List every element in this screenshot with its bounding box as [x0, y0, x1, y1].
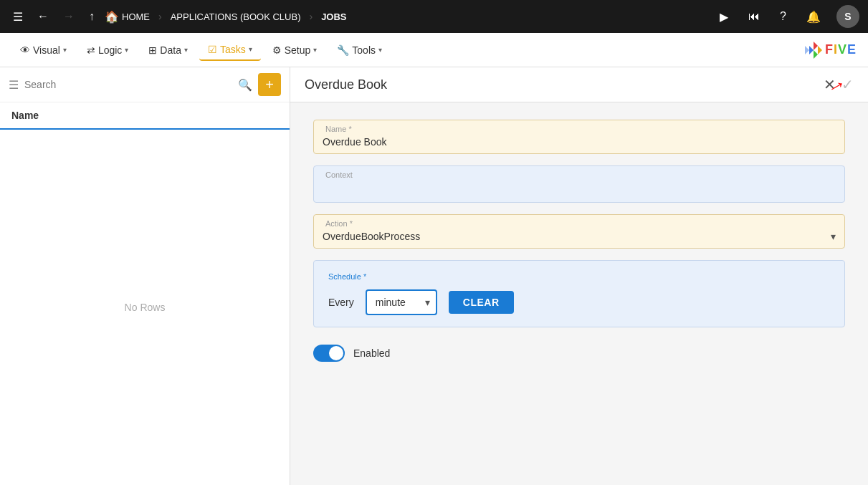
logic-arrow: ▾ — [125, 46, 128, 54]
svg-marker-0 — [814, 42, 818, 50]
context-field-label: Context — [323, 171, 356, 179]
schedule-section: Schedule * Every minute hour day week mo… — [313, 260, 845, 327]
action-field-label: Action * — [323, 219, 356, 228]
toolbar-setup[interactable]: ⚙ Setup ▾ — [264, 40, 326, 60]
content-header: Overdue Book ✕ ✓ — [290, 67, 868, 102]
data-icon: ⊞ — [148, 44, 157, 56]
breadcrumb-sep-1: › — [158, 11, 162, 22]
schedule-label: Schedule * — [328, 272, 830, 281]
toolbar-logic[interactable]: ⇄ Logic ▾ — [78, 40, 137, 60]
forward-icon[interactable]: → — [59, 7, 79, 26]
home-nav-item[interactable]: 🏠 HOME — [105, 10, 150, 24]
action-field: Action * OverdueBookProcess ▾ — [313, 214, 845, 249]
schedule-select-wrapper: minute hour day week month ▾ — [366, 289, 437, 315]
tools-icon: 🔧 — [337, 44, 349, 56]
search-icon[interactable]: 🔍 — [238, 78, 252, 92]
tasks-arrow: ▾ — [249, 45, 252, 53]
enabled-toggle[interactable] — [313, 345, 345, 362]
name-field: Name * — [313, 120, 845, 154]
toolbar-visual[interactable]: 👁 Visual ▾ — [11, 40, 75, 60]
svg-marker-2 — [814, 50, 818, 59]
toolbar-tools[interactable]: 🔧 Tools ▾ — [328, 40, 391, 60]
user-avatar[interactable]: S — [836, 5, 859, 28]
filter-icon[interactable]: ☰ — [9, 78, 19, 92]
search-input[interactable] — [24, 79, 232, 90]
enabled-row: Enabled — [313, 339, 845, 368]
form-container: Name * Context Action * Overdue — [290, 102, 868, 385]
minute-select[interactable]: minute hour day week month — [366, 289, 437, 315]
breadcrumb-app[interactable]: APPLICATIONS (BOOK CLUB) — [171, 11, 301, 22]
form-title: Overdue Book — [305, 77, 824, 92]
every-label: Every — [328, 297, 354, 308]
breadcrumb-sep-2: › — [309, 11, 313, 22]
sidebar-search-bar: ☰ 🔍 + — [0, 67, 290, 102]
breadcrumb-jobs[interactable]: JOBS — [321, 11, 346, 22]
toolbar-data[interactable]: ⊞ Data ▾ — [140, 40, 196, 60]
menu-icon[interactable]: ☰ — [9, 7, 27, 27]
content-area: → Overdue Book ✕ ✓ Name * — [290, 67, 868, 485]
toggle-slider — [313, 345, 345, 362]
add-button[interactable]: + — [258, 73, 281, 96]
name-input[interactable] — [323, 136, 836, 148]
five-logo: FIVE — [803, 40, 857, 60]
enabled-label: Enabled — [353, 347, 390, 359]
clear-button[interactable]: CLEAR — [449, 291, 514, 314]
five-logo-icon — [803, 40, 824, 60]
toolbar-tasks[interactable]: ☑ Tasks ▾ — [199, 39, 261, 61]
home-label: HOME — [122, 11, 150, 22]
main-toolbar: 👁 Visual ▾ ⇄ Logic ▾ ⊞ Data ▾ ☑ Tasks ▾ … — [0, 33, 868, 67]
play-button[interactable]: ▶ — [715, 7, 733, 27]
back-icon[interactable]: ← — [33, 7, 53, 26]
setup-icon: ⚙ — [272, 44, 282, 56]
svg-marker-1 — [818, 46, 822, 54]
context-input[interactable] — [323, 183, 836, 195]
top-nav-actions: ▶ ⏮ ? 🔔 S — [715, 5, 859, 28]
setup-arrow: ▾ — [313, 46, 317, 54]
data-arrow: ▾ — [184, 46, 188, 54]
svg-marker-3 — [809, 46, 814, 54]
replay-button[interactable]: ⏮ — [744, 7, 764, 26]
top-nav-bar: ☰ ← → ↑ 🏠 HOME › APPLICATIONS (BOOK CLUB… — [0, 0, 868, 33]
action-dropdown-icon[interactable]: ▾ — [831, 231, 836, 242]
main-layout: ☰ 🔍 + Name No Rows → Overdue Book ✕ ✓ — [0, 67, 868, 485]
sidebar-no-rows: No Rows — [0, 130, 290, 485]
svg-marker-4 — [805, 46, 809, 54]
name-field-label: Name * — [323, 125, 355, 133]
visual-arrow: ▾ — [63, 46, 67, 54]
help-button[interactable]: ? — [776, 7, 791, 26]
sidebar: ☰ 🔍 + Name No Rows — [0, 67, 290, 485]
schedule-row: Every minute hour day week month ▾ CLEAR — [328, 289, 830, 315]
notification-bell[interactable]: 🔔 — [802, 7, 825, 27]
action-value: OverdueBookProcess — [323, 231, 831, 242]
sidebar-column-name: Name — [0, 102, 290, 130]
tools-arrow: ▾ — [378, 46, 382, 54]
logic-icon: ⇄ — [87, 44, 95, 56]
eye-icon: 👁 — [20, 44, 30, 56]
context-field: Context — [313, 165, 845, 203]
tasks-icon: ☑ — [208, 44, 217, 55]
up-icon[interactable]: ↑ — [85, 7, 99, 26]
